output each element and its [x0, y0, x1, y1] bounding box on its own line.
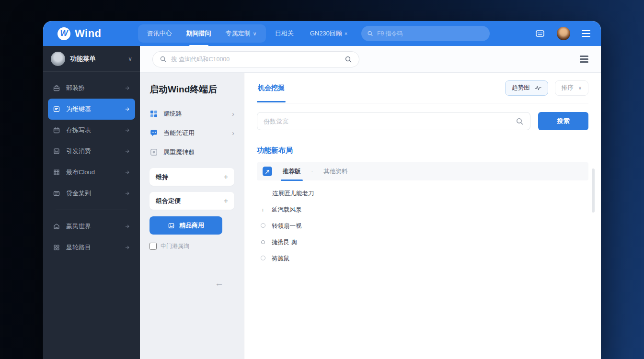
sidebar: 功能菜单 ∨ 部装扮 — [43, 46, 140, 359]
nav-item-label: 资讯中心 — [147, 29, 172, 38]
topbar-search[interactable] — [361, 26, 490, 41]
sidebar-list: 部装扮 为维键基 — [43, 72, 140, 261]
tab-bar-actions: 趋势图 排序 ∨ — [505, 80, 588, 96]
info-icon: i — [260, 207, 266, 213]
list-item-label: 祷施鼠 — [272, 255, 290, 263]
featured-apps-button[interactable]: 精品商用 — [150, 216, 222, 235]
chevron-down-icon: ∨ — [128, 56, 132, 62]
launcher-item-0[interactable]: 耀统路 › — [150, 104, 234, 123]
tab-separator: · — [311, 168, 313, 174]
list-item-4[interactable]: 祷施鼠 — [260, 250, 588, 267]
content-search[interactable] — [257, 112, 530, 130]
sidebar-item-label: 部装扮 — [66, 84, 85, 92]
panel-tab-recommended[interactable]: 推荐版 — [281, 168, 303, 176]
back-arrow-icon[interactable]: ← — [215, 278, 224, 289]
arrow-right-icon — [125, 169, 130, 175]
sidebar-item-2[interactable]: 存拣写表 — [48, 120, 135, 141]
nav-item-label: 专属定制 — [226, 29, 251, 38]
featured-apps-label: 精品商用 — [179, 221, 204, 230]
list-item-1[interactable]: i 延汽载风泉 — [260, 202, 588, 218]
nav-item-period[interactable]: 期间措问 — [179, 25, 218, 42]
app-window: W Wind 资讯中心 期间措问 专属定制 ∨ 日相关 GN230回顾 — [43, 21, 601, 359]
sidebar-item-label: 存拣写表 — [66, 126, 91, 135]
arrow-right-icon — [125, 224, 130, 229]
chevron-down-icon: ∨ — [253, 31, 257, 37]
panel-icon — [53, 105, 60, 113]
scrollbar-thumb[interactable] — [592, 168, 595, 213]
arrow-right-icon — [125, 191, 130, 196]
nav-item-custom[interactable]: 专属定制 ∨ — [218, 25, 264, 42]
launcher-card-label: 组合定便 — [156, 197, 181, 205]
arrow-right-icon — [125, 106, 130, 112]
card-lines-icon — [53, 190, 60, 197]
header-search-input[interactable] — [171, 56, 340, 63]
nav-tab-closable[interactable]: GN230回顾 × — [303, 25, 355, 42]
arrow-right-icon — [125, 148, 130, 154]
sidebar-item-3[interactable]: 引发消费 — [48, 141, 135, 162]
header-menu-icon[interactable] — [580, 56, 588, 62]
launcher-panel: 启动Wind终端后 耀统路 › — [140, 73, 244, 359]
topbar-search-input[interactable] — [377, 30, 484, 37]
sidebar-item-label: 赢民世界 — [66, 222, 91, 231]
list-item-3[interactable]: 捷携艮 舆 — [260, 234, 588, 250]
launcher-item-label: 属重魔转超 — [163, 148, 195, 157]
chart-box-icon — [53, 147, 60, 155]
brand-name: Wind — [75, 27, 102, 40]
launcher-item-label: 耀统路 — [163, 110, 182, 118]
list-item-label: 延汽载风泉 — [272, 206, 302, 214]
brand-logo[interactable]: W Wind — [58, 27, 102, 40]
sidebar-item-1-active[interactable]: 为维键基 — [48, 99, 135, 120]
nav-item-label: 日相关 — [275, 29, 294, 38]
chat-icon — [150, 129, 158, 137]
nav-item-label: 期间措问 — [186, 29, 211, 38]
main-area: 启动Wind终端后 耀统路 › — [140, 46, 601, 359]
nav-item-label: GN230回顾 — [310, 29, 342, 38]
content-tab-bar: 机会挖掘 趋势图 排序 ∨ — [257, 73, 588, 103]
wind-logo-icon: W — [58, 27, 70, 40]
sidebar-item-6[interactable]: 赢民世界 — [48, 216, 135, 237]
launcher-item-1[interactable]: 当能凭证用 › — [150, 123, 234, 143]
launcher-card-1[interactable]: 组合定便 + — [150, 192, 234, 210]
hamburger-menu-icon[interactable] — [582, 30, 590, 37]
close-icon[interactable]: × — [345, 31, 347, 36]
launcher-title: 启动Wind终端后 — [150, 83, 234, 96]
top-nav: 资讯中心 期间措问 专属定制 ∨ 日相关 GN230回顾 × — [138, 24, 355, 43]
content-search-input[interactable] — [264, 118, 511, 125]
dont-show-again-row[interactable]: 中门港属询 — [150, 242, 234, 250]
panel-tab-other[interactable]: 其他资料 — [322, 168, 349, 176]
launcher-item-2[interactable]: 属重魔转超 — [150, 143, 234, 162]
sidebar-item-label: 显轮路目 — [66, 243, 91, 252]
launcher-card-0[interactable]: 维持 + — [150, 168, 234, 186]
sidebar-item-label: 贷金某到 — [66, 189, 91, 198]
sidebar-item-5[interactable]: 贷金某到 — [48, 183, 135, 204]
tab-opportunity[interactable]: 机会挖掘 — [257, 84, 286, 92]
keyboard-icon[interactable] — [535, 28, 545, 39]
list-item-label: 连展匠儿能老刀 — [272, 190, 314, 198]
sort-dropdown[interactable]: 排序 ∨ — [555, 80, 588, 96]
list-item-0[interactable]: 连展匠儿能老刀 — [260, 185, 588, 202]
plus-icon[interactable]: + — [224, 197, 228, 205]
user-avatar[interactable] — [557, 27, 570, 40]
launch-arrow-icon — [263, 167, 272, 176]
sidebar-item-4[interactable]: 最布Cloud — [48, 162, 135, 183]
sidebar-item-7[interactable]: 显轮路目 — [48, 237, 135, 258]
list-item-label: 捷携艮 舆 — [272, 238, 297, 247]
search-button[interactable]: 搜索 — [538, 112, 588, 130]
sidebar-item-0[interactable]: 部装扮 — [48, 78, 135, 99]
square-dot-icon — [150, 148, 158, 157]
header-search[interactable] — [152, 51, 359, 67]
circle-icon — [260, 239, 266, 245]
grid-icon — [53, 168, 60, 176]
search-icon[interactable] — [345, 56, 352, 63]
plus-icon[interactable]: + — [224, 173, 228, 181]
nav-item-news-center[interactable]: 资讯中心 — [140, 25, 179, 42]
circle-icon — [260, 223, 266, 229]
trend-pill[interactable]: 趋势图 — [505, 80, 548, 96]
nav-item-daily[interactable]: 日相关 — [268, 25, 301, 42]
sidebar-header[interactable]: 功能菜单 ∨ — [43, 46, 140, 72]
dont-show-again-checkbox[interactable] — [150, 243, 157, 250]
search-icon[interactable] — [516, 117, 524, 125]
calendar-icon — [53, 126, 60, 134]
list-item-2[interactable]: 转领扇一视 — [260, 218, 588, 234]
arrow-right-icon — [125, 127, 130, 133]
